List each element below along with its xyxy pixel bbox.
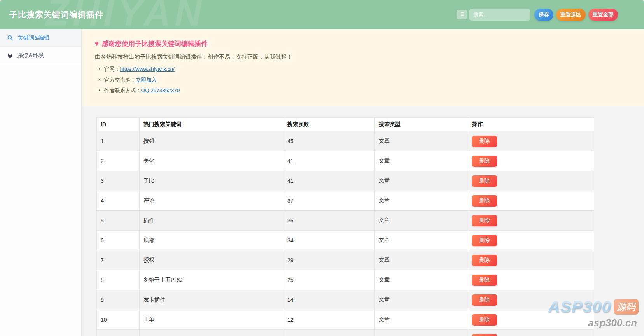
cell-id: 6: [97, 231, 140, 250]
delete-button[interactable]: 删除: [472, 195, 497, 206]
table-row: 1 按钮 45 文章 删除: [97, 131, 594, 151]
app-body: 关键词&编辑 系统&环境 ♥ 感谢您使用子比搜索关键词编辑插件 由炙焰科技推出的…: [0, 29, 644, 336]
notice-title-text: 感谢您使用子比搜索关键词编辑插件: [102, 39, 208, 48]
search-input[interactable]: [469, 9, 530, 21]
cell-id: 9: [97, 290, 140, 310]
cell-count: 37: [284, 191, 375, 211]
cell-actions: 删除: [468, 191, 594, 211]
reset-selection-button[interactable]: 重置选区: [556, 9, 586, 21]
column-header-count: 搜索次数: [284, 118, 375, 131]
sidebar-item-label: 系统&环境: [18, 52, 44, 59]
cell-id: 7: [97, 250, 140, 270]
table-row: 10 工单 12 文章 删除: [97, 310, 594, 330]
sidebar-item-keywords[interactable]: 关键词&编辑: [0, 29, 81, 47]
delete-button[interactable]: 删除: [472, 255, 497, 266]
table-row: 4 评论 37 文章 删除: [97, 191, 594, 211]
column-header-id: ID: [97, 118, 140, 131]
cell-keyword: 按钮: [140, 131, 284, 151]
list-item: 作者联系方式：QQ 2573862370: [104, 87, 628, 94]
reset-all-button[interactable]: 重置全部: [588, 9, 618, 21]
table-row: 6 底部 34 文章 删除: [97, 231, 594, 250]
cell-id: 2: [97, 151, 140, 171]
cell-count: [284, 330, 375, 336]
cell-type: 文章: [375, 171, 468, 191]
cell-id: [97, 330, 140, 336]
notice-description: 由炙焰科技推出的子比搜索关键词编辑插件！创作不易，支持正版，从我做起！: [95, 53, 628, 61]
cell-keyword: 插件: [140, 211, 284, 231]
cell-type: 文章: [375, 131, 468, 151]
cell-count: 34: [284, 231, 375, 250]
cell-type: [375, 330, 468, 336]
table-row: 9 发卡插件 14 文章 删除: [97, 290, 594, 310]
table-row: 5 插件 36 文章 删除: [97, 211, 594, 231]
official-site-link[interactable]: https://www.zhiyanx.cn/: [120, 66, 175, 72]
cell-keyword: 炙焰子主五PRO: [140, 270, 284, 290]
list-toggle-button[interactable]: [457, 10, 467, 19]
cell-id: 8: [97, 270, 140, 290]
delete-button[interactable]: 删除: [472, 175, 497, 187]
delete-button[interactable]: 删除: [472, 314, 497, 326]
delete-button[interactable]: 删除: [472, 275, 497, 286]
header-controls: 保存 重置选区 重置全部: [457, 9, 618, 21]
table-header: ID 热门搜索关键词 搜索次数 搜索类型 操作: [97, 118, 594, 131]
sidebar-item-label: 关键词&编辑: [18, 34, 49, 42]
gitlab-icon: [7, 52, 13, 58]
page: { "header": { "title": "子比搜索关键词编辑插件", "w…: [0, 0, 644, 336]
cell-count: 36: [284, 211, 375, 231]
table-zone: ID 热门搜索关键词 搜索次数 搜索类型 操作 1 按钮 45 文章 删除 2 …: [82, 106, 644, 336]
cell-id: 4: [97, 191, 140, 211]
table-row-partial: 删除: [97, 330, 594, 336]
sidebar-item-system[interactable]: 系统&环境: [0, 47, 81, 64]
cell-type: 文章: [375, 231, 468, 250]
header: ZHIYAN 子比搜索关键词编辑插件 保存 重置选区 重置全部: [0, 0, 644, 29]
heart-icon: ♥: [95, 40, 99, 48]
cell-actions: 删除: [468, 151, 594, 171]
cell-count: 29: [284, 250, 375, 270]
table-row: 2 美化 41 文章 删除: [97, 151, 594, 171]
cell-actions: 删除: [468, 211, 594, 231]
sidebar: 关键词&编辑 系统&环境: [0, 29, 82, 336]
delete-button[interactable]: 删除: [472, 334, 497, 336]
cell-id: 10: [97, 310, 140, 330]
cell-actions: 删除: [468, 290, 594, 310]
cell-actions: 删除: [468, 330, 594, 336]
cell-keyword: [140, 330, 284, 336]
cell-keyword: 底部: [140, 231, 284, 250]
join-group-link[interactable]: 立即加入: [136, 77, 157, 83]
notice-panel: ♥ 感谢您使用子比搜索关键词编辑插件 由炙焰科技推出的子比搜索关键词编辑插件！创…: [82, 29, 644, 106]
cell-actions: 删除: [468, 250, 594, 270]
cell-count: 45: [284, 131, 375, 151]
cell-type: 文章: [375, 290, 468, 310]
cell-type: 文章: [375, 250, 468, 270]
cell-keyword: 授权: [140, 250, 284, 270]
delete-button[interactable]: 删除: [472, 136, 497, 147]
qq-contact-link[interactable]: QQ 2573862370: [141, 88, 180, 93]
link-prefix: 作者联系方式：: [104, 88, 141, 93]
column-header-type: 搜索类型: [375, 118, 468, 131]
table-body: 1 按钮 45 文章 删除 2 美化 41 文章 删除 3 子比 41 文章 删…: [97, 131, 594, 336]
search-icon: [7, 35, 13, 41]
list-icon: [459, 12, 464, 18]
delete-button[interactable]: 删除: [472, 235, 497, 246]
table-row: 8 炙焰子主五PRO 25 文章 删除: [97, 270, 594, 290]
cell-actions: 删除: [468, 270, 594, 290]
cell-type: 文章: [375, 270, 468, 290]
cell-type: 文章: [375, 310, 468, 330]
main-content: ♥ 感谢您使用子比搜索关键词编辑插件 由炙焰科技推出的子比搜索关键词编辑插件！创…: [82, 29, 644, 336]
save-button[interactable]: 保存: [534, 9, 553, 21]
cell-keyword: 发卡插件: [140, 290, 284, 310]
cell-type: 文章: [375, 151, 468, 171]
delete-button[interactable]: 删除: [472, 156, 497, 167]
link-prefix: 官网：: [104, 66, 120, 72]
cell-keyword: 美化: [140, 151, 284, 171]
cell-type: 文章: [375, 211, 468, 231]
cell-count: 41: [284, 171, 375, 191]
cell-actions: 删除: [468, 131, 594, 151]
delete-button[interactable]: 删除: [472, 294, 497, 306]
cell-count: 25: [284, 270, 375, 290]
cell-id: 5: [97, 211, 140, 231]
delete-button[interactable]: 删除: [472, 215, 497, 226]
cell-keyword: 评论: [140, 191, 284, 211]
column-header-keyword: 热门搜索关键词: [140, 118, 284, 131]
cell-id: 3: [97, 171, 140, 191]
